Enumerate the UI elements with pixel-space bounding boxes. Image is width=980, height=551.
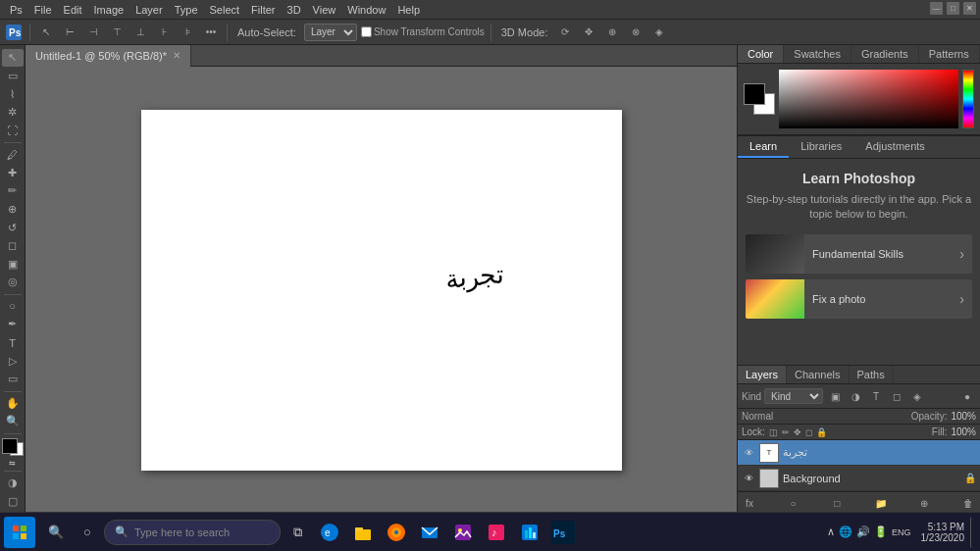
- swatches-tab[interactable]: Swatches: [784, 45, 851, 63]
- menu-image[interactable]: Image: [88, 3, 130, 17]
- alignment-left-icon[interactable]: ⊢: [60, 23, 79, 42]
- tray-up-arrow-icon[interactable]: ∧: [827, 526, 835, 538]
- menu-help[interactable]: Help: [391, 3, 426, 17]
- taskbar-search-button[interactable]: 🔍: [41, 517, 71, 548]
- layer-name-text[interactable]: تجربة: [783, 446, 976, 459]
- menu-file[interactable]: File: [28, 3, 58, 17]
- taskbar-edge-icon[interactable]: e: [314, 517, 345, 548]
- new-layer-button[interactable]: ⊕: [916, 495, 932, 511]
- 3d-pan-icon[interactable]: ✥: [579, 23, 598, 42]
- foreground-background-swatches[interactable]: [744, 83, 775, 115]
- document-tab[interactable]: Untitled-1 @ 50% (RGB/8)* ✕: [26, 45, 191, 67]
- dist-right-icon[interactable]: ⊧: [178, 23, 197, 42]
- move-tool-icon[interactable]: ↖: [36, 23, 56, 42]
- path-select-button[interactable]: ▷: [2, 352, 24, 370]
- fundamental-skills-card[interactable]: Fundamental Skills ›: [746, 234, 972, 274]
- task-view-button[interactable]: ⧉: [283, 517, 312, 548]
- menu-3d[interactable]: 3D: [282, 3, 307, 17]
- taskbar-folder-icon[interactable]: [347, 517, 379, 548]
- start-button[interactable]: [4, 517, 35, 548]
- new-group-button[interactable]: 📁: [873, 495, 889, 511]
- learn-tab[interactable]: Learn: [738, 136, 789, 158]
- close-button[interactable]: ✕: [963, 2, 976, 15]
- menu-window[interactable]: Window: [341, 3, 391, 17]
- blur-tool-button[interactable]: ◎: [2, 274, 24, 291]
- taskbar-search-box[interactable]: 🔍 Type here to search: [104, 520, 281, 545]
- dist-center-icon[interactable]: ⊦: [154, 23, 174, 42]
- pen-tool-button[interactable]: ✒: [2, 316, 24, 333]
- menu-ps[interactable]: Ps: [4, 3, 28, 17]
- switch-colors-icon[interactable]: ⇆: [9, 459, 16, 468]
- layer-row-text[interactable]: 👁 T تجربة: [738, 440, 980, 466]
- crop-tool-button[interactable]: ⛶: [2, 122, 24, 139]
- new-fill-layer-button[interactable]: □: [829, 495, 845, 511]
- color-spectrum[interactable]: [779, 70, 958, 128]
- dist-left-icon[interactable]: ⊥: [130, 23, 150, 42]
- menu-edit[interactable]: Edit: [58, 3, 88, 17]
- foreground-swatch[interactable]: [744, 83, 765, 105]
- lock-position-icon[interactable]: ✥: [794, 427, 801, 437]
- lock-pixels-icon[interactable]: ✏: [782, 427, 790, 437]
- move-tool-button[interactable]: ↖: [2, 49, 24, 67]
- zoom-tool-button[interactable]: 🔍: [2, 413, 24, 430]
- channels-tab[interactable]: Channels: [787, 366, 849, 383]
- color-tab[interactable]: Color: [738, 45, 784, 63]
- adjustment-filter-icon[interactable]: ◑: [847, 387, 864, 405]
- network-icon[interactable]: 🌐: [839, 526, 852, 538]
- layer-filter-toggle[interactable]: ●: [958, 387, 976, 405]
- add-mask-button[interactable]: ○: [786, 495, 801, 511]
- 3d-move-icon[interactable]: ⊗: [626, 23, 645, 42]
- more-options-icon[interactable]: •••: [201, 23, 221, 42]
- layer-fx-button[interactable]: fx: [742, 495, 757, 511]
- taskbar-firefox-icon[interactable]: [381, 517, 412, 548]
- layer-kind-filter[interactable]: Kind: [764, 388, 823, 404]
- taskbar-cortana-button[interactable]: ○: [73, 517, 102, 548]
- foreground-color[interactable]: [2, 438, 18, 454]
- eyedropper-button[interactable]: 🖊: [2, 146, 24, 164]
- delete-layer-button[interactable]: 🗑: [960, 495, 976, 511]
- system-clock[interactable]: 5:13 PM 1/23/2020: [921, 522, 965, 543]
- eraser-tool-button[interactable]: ◻: [2, 237, 24, 255]
- minimize-button[interactable]: —: [930, 2, 943, 15]
- shape-filter-icon[interactable]: ◻: [888, 387, 905, 405]
- shape-tool-button[interactable]: ▭: [2, 371, 24, 388]
- type-filter-icon[interactable]: T: [867, 387, 885, 405]
- hand-tool-button[interactable]: ✋: [2, 394, 24, 412]
- taskbar-photoshop-icon[interactable]: Ps: [547, 517, 579, 548]
- layer-visibility-bg-icon[interactable]: 👁: [742, 472, 755, 485]
- paths-tab[interactable]: Paths: [850, 366, 894, 383]
- menu-type[interactable]: Type: [169, 3, 204, 17]
- layer-name-background[interactable]: Background: [783, 473, 960, 484]
- gradients-tab[interactable]: Gradients: [851, 45, 919, 63]
- gradient-tool-button[interactable]: ▣: [2, 256, 24, 274]
- input-lang-icon[interactable]: ENG: [892, 527, 911, 537]
- lock-transparent-icon[interactable]: ◫: [769, 427, 778, 437]
- adjustments-tab[interactable]: Adjustments: [853, 136, 937, 158]
- taskbar-music-icon[interactable]: ♪: [481, 517, 512, 548]
- volume-icon[interactable]: 🔊: [856, 526, 870, 538]
- fill-value[interactable]: 100%: [951, 426, 976, 437]
- layer-row-background[interactable]: 👁 Background 🔒: [738, 466, 980, 491]
- layer-visibility-text-icon[interactable]: 👁: [742, 446, 755, 460]
- 3d-zoom-icon[interactable]: ⊕: [602, 23, 622, 42]
- taskbar-mail-icon[interactable]: [414, 517, 445, 548]
- fix-photo-card[interactable]: Fix a photo ›: [746, 279, 972, 319]
- lock-all-icon[interactable]: 🔒: [816, 427, 827, 437]
- 3d-extra-icon[interactable]: ◈: [649, 23, 669, 42]
- menu-layer[interactable]: Layer: [129, 3, 169, 17]
- layers-tab[interactable]: Layers: [738, 366, 787, 383]
- menu-select[interactable]: Select: [204, 3, 246, 17]
- alignment-center-icon[interactable]: ⊣: [83, 23, 103, 42]
- quick-mask-button[interactable]: ◑: [2, 475, 24, 492]
- close-tab-icon[interactable]: ✕: [173, 50, 181, 61]
- alignment-right-icon[interactable]: ⊤: [107, 23, 127, 42]
- history-brush-button[interactable]: ↺: [2, 219, 24, 236]
- pixel-filter-icon[interactable]: ▣: [826, 387, 844, 405]
- magic-wand-button[interactable]: ✲: [2, 104, 24, 122]
- hue-slider[interactable]: [962, 70, 974, 128]
- lasso-tool-button[interactable]: ⌇: [2, 85, 24, 103]
- menu-filter[interactable]: Filter: [245, 3, 281, 17]
- taskbar-photos-icon[interactable]: [447, 517, 479, 548]
- maximize-button[interactable]: □: [947, 2, 959, 15]
- selection-tool-button[interactable]: ▭: [2, 68, 24, 85]
